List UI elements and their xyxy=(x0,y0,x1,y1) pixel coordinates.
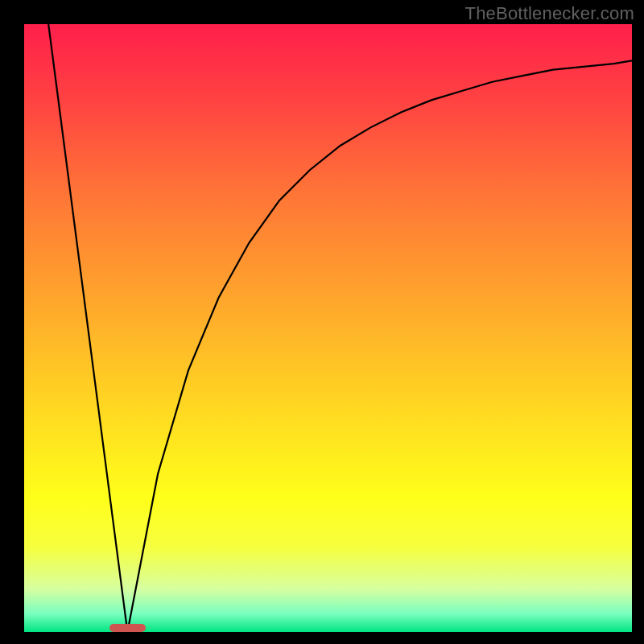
curve-layer xyxy=(24,24,632,632)
watermark-text: TheBottlenecker.com xyxy=(465,3,634,24)
right-branch-curve xyxy=(127,60,632,632)
plot-area xyxy=(24,24,632,632)
left-branch-line xyxy=(48,24,127,632)
minimum-marker xyxy=(109,624,146,632)
chart-frame: TheBottlenecker.com xyxy=(0,0,644,644)
